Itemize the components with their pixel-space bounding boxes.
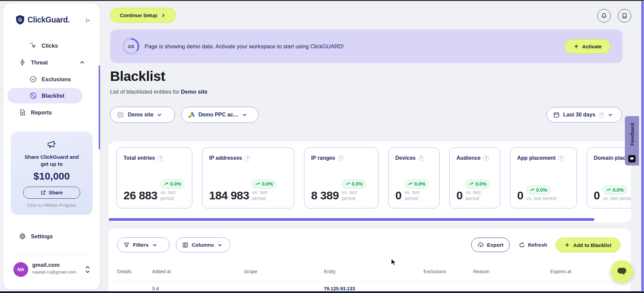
sidebar-item-settings[interactable]: Settings (3, 229, 100, 244)
stat-delta: 0.0% (170, 181, 181, 187)
sidebar-item-label: Threat (31, 59, 48, 66)
chat-launcher-button[interactable] (611, 260, 633, 283)
columns-label: Columns (192, 242, 214, 248)
table-header-row: Details Added at Scope Entity Exclusions… (117, 269, 624, 274)
unfold-chevrons-icon (85, 265, 91, 274)
site-selector[interactable]: Demo site (110, 107, 175, 123)
workspace-switcher[interactable]: NA gmail.com naatali.ro@gmail.com (3, 259, 100, 281)
chevron-down-icon (152, 242, 157, 248)
page-vertical-scrollbar[interactable] (641, 1, 644, 291)
chevron-down-icon (242, 112, 247, 117)
column-header-scope[interactable]: Scope (244, 269, 324, 274)
docs-button[interactable] (618, 9, 631, 22)
site-selector-value: Demo site (128, 112, 153, 118)
sidebar-collapse-icon[interactable] (85, 17, 92, 24)
sidebar-item-reports[interactable]: Reports (3, 105, 100, 120)
sidebar-item-clicks[interactable]: Clicks (3, 38, 100, 53)
continue-setup-label: Continue Setup (120, 12, 157, 18)
globe-icon (116, 111, 125, 119)
stat-label: IP ranges (311, 155, 335, 161)
columns-button[interactable]: Columns (176, 237, 230, 252)
stat-cards-row: Total entries? 26 883 0.0% vs. last peri… (116, 147, 631, 212)
help-icon[interactable]: ? (338, 155, 344, 161)
subtitle-text: List of blacklisted entities for (110, 89, 179, 95)
share-button[interactable]: Share (23, 187, 80, 199)
feedback-tab[interactable]: Feedback (625, 116, 639, 165)
stat-delta: 0.0% (612, 187, 624, 193)
google-ads-icon (188, 111, 195, 118)
feedback-label: Feedback (629, 118, 635, 150)
column-header-entity[interactable]: Entity (324, 269, 424, 274)
refresh-label: Refresh (528, 242, 547, 248)
filters-button[interactable]: Filters (117, 237, 169, 252)
table-row[interactable]: 3 d 79.125.93.133 (117, 286, 624, 291)
sidebar-item-exclusions[interactable]: Exclusions (3, 72, 100, 87)
stats-panel: Total entries? 26 883 0.0% vs. last peri… (108, 141, 631, 223)
trend-up-icon (606, 188, 611, 192)
filters-label: Filters (133, 242, 149, 248)
sidebar-item-blacklist[interactable]: Blacklist (7, 88, 83, 103)
chevron-down-icon (157, 112, 162, 117)
column-header-reason[interactable]: Reason (473, 269, 550, 274)
help-icon[interactable]: ? (558, 155, 564, 161)
trend-up-icon (164, 182, 168, 186)
stat-value: 0 (594, 189, 600, 202)
cards-horizontal-scrollbar[interactable] (109, 218, 594, 221)
stat-sub: vs. last period (465, 189, 488, 201)
window-bottom-edge (0, 291, 644, 293)
stat-card-devices: Devices? 0 0.0% vs. last period (388, 147, 440, 208)
stat-card-audience: Audience? 0 0.0% vs. last period (449, 147, 500, 208)
stat-delta: 0.0% (352, 181, 363, 187)
sidebar: G ClickGuard. Clicks Threat (3, 3, 100, 289)
no-entry-icon (30, 92, 37, 99)
activate-label: Activate (582, 44, 602, 49)
stat-card-app-placement: App placement? 0 0.0% vs. last period (510, 147, 577, 208)
column-header-details[interactable]: Details (117, 269, 152, 274)
logo[interactable]: G ClickGuard. (15, 15, 70, 25)
trend-up-icon (469, 182, 474, 186)
cell-entity[interactable]: 79.125.93.133 (324, 286, 424, 291)
cloud-download-icon (478, 242, 484, 248)
table-panel: Filters Columns Export Refresh (108, 229, 631, 293)
banner-message: Page is showing demo data. Activate your… (145, 30, 344, 63)
continue-setup-button[interactable]: Continue Setup (110, 8, 176, 23)
notifications-button[interactable] (597, 9, 611, 22)
help-icon[interactable]: ? (158, 155, 163, 161)
stat-sub: vs. last period (526, 195, 556, 201)
activate-button[interactable]: Activate (564, 39, 611, 54)
stat-sub: vs. last period (404, 189, 427, 201)
sidebar-item-threat[interactable]: Threat (3, 55, 100, 70)
date-range-selector[interactable]: Last 30 days ? (547, 107, 622, 123)
stat-delta: 0.0% (536, 187, 547, 193)
megaphone-icon (47, 139, 57, 149)
svg-text:G: G (18, 17, 22, 22)
column-header-added-at[interactable]: Added at (152, 269, 244, 274)
sidebar-scrollbar[interactable] (99, 65, 100, 149)
ppc-account-selector[interactable]: Demo PPC ac… (181, 107, 258, 123)
affiliate-promo-card[interactable]: Share ClickGuard and get up to $10,000 S… (11, 132, 93, 215)
chevron-up-icon[interactable] (79, 59, 85, 65)
help-icon[interactable]: ? (245, 155, 250, 161)
export-button[interactable]: Export (471, 238, 510, 252)
column-header-exclusions[interactable]: Exclusions (424, 269, 473, 274)
help-icon[interactable]: ? (418, 155, 424, 161)
document-icon (19, 109, 26, 116)
chat-bubble-icon (617, 267, 627, 276)
sidebar-item-label: Settings (31, 233, 53, 240)
add-to-blacklist-button[interactable]: Add to Blacklist (555, 238, 621, 252)
click-cursor-icon (30, 42, 37, 49)
stat-sub: vs. last period (603, 195, 631, 201)
sidebar-item-label: Exclusions (42, 76, 71, 83)
subtitle-site-name: Demo site (181, 89, 207, 95)
promo-headline: Share ClickGuard and get up to (11, 154, 93, 168)
trend-up-icon (530, 188, 534, 192)
refresh-button[interactable]: Refresh (519, 238, 547, 252)
plus-icon (564, 242, 570, 248)
trend-up-icon (408, 182, 412, 186)
help-icon[interactable]: ? (599, 112, 604, 118)
sidebar-item-label: Clicks (42, 43, 58, 49)
trend-up-icon (345, 182, 350, 186)
help-icon[interactable]: ? (483, 155, 489, 161)
sidebar-item-label: Reports (31, 109, 52, 116)
clickguard-logo-icon: G (15, 15, 25, 25)
